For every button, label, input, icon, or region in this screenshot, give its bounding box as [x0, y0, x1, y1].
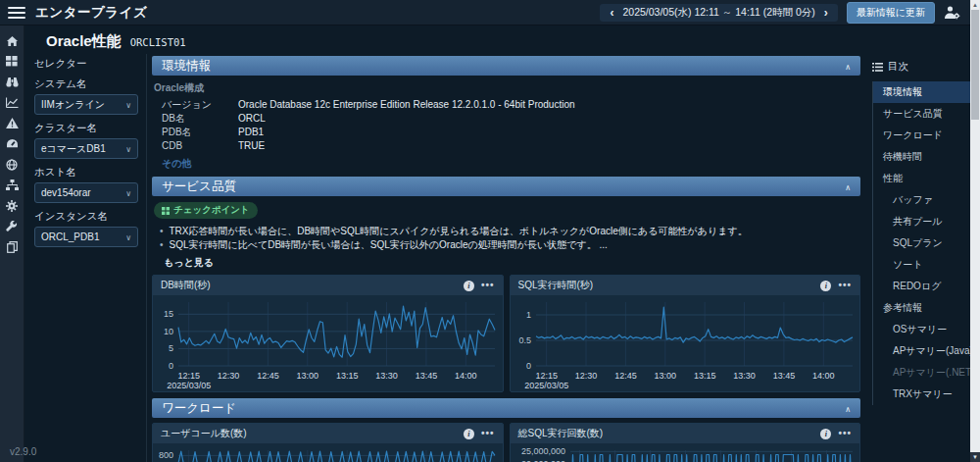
user-settings-icon[interactable]: [944, 5, 960, 20]
ellipsis-menu-icon[interactable]: [481, 281, 495, 290]
prev-period-button[interactable]: [610, 7, 613, 19]
env-more-link[interactable]: その他: [162, 157, 191, 171]
env-row-label: バージョン: [152, 98, 238, 112]
section-header-workload[interactable]: ワークロード: [152, 398, 860, 418]
selector-fields: システム名 IIMオンライン クラスター名 eコマースDB1: [34, 77, 138, 247]
chart-title: DB時間(秒): [161, 279, 211, 292]
globe-icon[interactable]: [5, 158, 19, 171]
svg-text:12:30: 12:30: [574, 371, 597, 381]
select-dropdown[interactable]: IIMオンライン: [34, 94, 138, 115]
collapse-chevron-icon[interactable]: [845, 59, 851, 73]
chart-line-icon[interactable]: [5, 96, 19, 109]
section-title: 環境情報: [162, 58, 211, 75]
next-period-button[interactable]: [824, 7, 828, 19]
sitemap-icon[interactable]: [5, 179, 19, 191]
env-row: PDB名 PDB1: [152, 126, 860, 139]
gear-icon[interactable]: [5, 199, 19, 212]
toc-item[interactable]: APサマリー(Java): [873, 340, 976, 362]
sections-column: 環境情報 Oracle構成 バージョン Oracle Database 12c …: [147, 54, 864, 462]
page-title: Oracle性能: [46, 32, 122, 51]
select-value: eコマースDB1: [41, 142, 106, 156]
svg-text:2025/03/05: 2025/03/05: [524, 381, 568, 390]
scroll-down-arrow-icon[interactable]: [970, 452, 980, 462]
workload-chart-grid: ユーザコール数(数) 0200400600800 総SQL実行回数(数): [152, 423, 860, 462]
time-range-label: 2025/03/05(水) 12:11 ～ 14:11 (2時間 0分): [622, 6, 814, 20]
toc-item[interactable]: 待機時間: [873, 146, 976, 168]
env-row-value: PDB1: [238, 126, 264, 139]
see-more-link[interactable]: もっと見る: [164, 256, 214, 270]
toc-item[interactable]: ワークロード: [873, 125, 976, 146]
checkpoint-bullets: TRX応答時間が長い場合に、DB時間やSQL時間にスパイクが見られる場合は、ボト…: [152, 225, 860, 252]
field-label: クラスター名: [34, 122, 138, 135]
ellipsis-menu-icon[interactable]: [838, 429, 852, 438]
toc-item[interactable]: ソート: [873, 254, 976, 276]
toc-item[interactable]: 参考情報: [873, 297, 976, 319]
checkpoint-bullet: TRX応答時間が長い場合に、DB時間やSQL時間にスパイクが見られる場合は、ボト…: [160, 225, 860, 238]
ellipsis-menu-icon[interactable]: [838, 281, 852, 290]
toc-item[interactable]: SQLプラン: [873, 232, 976, 254]
select-value: ORCL_PDB1: [41, 231, 99, 242]
field-label: ホスト名: [34, 166, 138, 180]
svg-text:5: 5: [169, 343, 173, 353]
toc-item[interactable]: 環境情報: [873, 81, 976, 103]
svg-text:13:45: 13:45: [416, 371, 438, 381]
chevron-down-icon: [125, 143, 131, 154]
env-row-label: CDB: [152, 139, 238, 153]
collapse-chevron-icon[interactable]: [845, 180, 851, 193]
svg-text:12:30: 12:30: [218, 371, 240, 381]
toc-item[interactable]: REDOログ: [873, 276, 976, 297]
svg-text:14:00: 14:00: [812, 371, 835, 381]
gauge-icon[interactable]: [5, 137, 19, 150]
refresh-button[interactable]: 最新情報に更新: [847, 2, 935, 24]
toc-header: 目次: [872, 60, 976, 74]
home-icon[interactable]: [5, 34, 19, 47]
toc-item[interactable]: TRXサマリー: [873, 384, 976, 405]
select-dropdown[interactable]: eコマースDB1: [34, 138, 138, 159]
dashboard-icon[interactable]: [5, 55, 19, 68]
env-group-label: Oracle構成: [154, 81, 860, 95]
section-header-quality[interactable]: サービス品質: [152, 177, 860, 196]
page-title-row: Oracle性能 ORCLIST01: [24, 26, 980, 54]
svg-text:13:15: 13:15: [693, 371, 715, 381]
select-dropdown[interactable]: dev154orar: [34, 182, 138, 203]
section-title: サービス品質: [162, 179, 236, 195]
copy-icon[interactable]: [5, 240, 19, 253]
env-row: DB名 ORCL: [152, 112, 860, 126]
svg-text:0: 0: [169, 361, 173, 371]
toc-item[interactable]: OSサマリー: [873, 319, 976, 340]
select-dropdown[interactable]: ORCL_PDB1: [34, 227, 138, 247]
wrench-icon[interactable]: [5, 220, 19, 232]
svg-text:13:00: 13:00: [297, 371, 319, 381]
toc-item[interactable]: 性能: [873, 168, 976, 189]
time-range-box: 2025/03/05(水) 12:11 ～ 14:11 (2時間 0分): [600, 4, 837, 22]
env-row: バージョン Oracle Database 12c Enterprise Edi…: [152, 98, 860, 112]
info-icon[interactable]: [464, 281, 474, 291]
info-icon[interactable]: [464, 429, 474, 439]
collapse-chevron-icon[interactable]: [845, 401, 851, 415]
section-header-env[interactable]: 環境情報: [152, 56, 860, 76]
env-row-value: ORCL: [238, 112, 266, 126]
toc-item[interactable]: 共有プール: [873, 211, 976, 232]
selector-title: セレクター: [34, 57, 138, 71]
toc-item[interactable]: バッファ: [873, 189, 976, 211]
selector-field: システム名 IIMオンライン: [34, 77, 138, 115]
vertical-scrollbar[interactable]: [970, 0, 980, 462]
info-icon[interactable]: [820, 281, 831, 291]
toc-item[interactable]: APサマリー(.NET): [873, 362, 976, 384]
scrollbar-thumb[interactable]: [971, 10, 979, 120]
svg-text:13:00: 13:00: [654, 371, 676, 381]
ellipsis-menu-icon[interactable]: [481, 429, 495, 438]
sql-time-chart: 12:152025/03/0512:3012:4513:0013:1513:30…: [511, 295, 860, 391]
left-icon-rail: [0, 26, 24, 462]
svg-text:12:15: 12:15: [535, 371, 558, 381]
menu-icon[interactable]: [8, 5, 25, 21]
svg-text:13:30: 13:30: [375, 371, 398, 381]
binoculars-icon[interactable]: [5, 76, 19, 88]
info-icon[interactable]: [820, 429, 831, 439]
scroll-up-arrow-icon[interactable]: [970, 0, 980, 10]
app-title: エンタープライズ: [35, 4, 147, 22]
alert-triangle-icon[interactable]: [5, 117, 19, 129]
toc-item[interactable]: サービス品質: [873, 103, 976, 125]
svg-text:0.5: 0.5: [518, 335, 531, 345]
svg-text:10: 10: [164, 327, 173, 336]
